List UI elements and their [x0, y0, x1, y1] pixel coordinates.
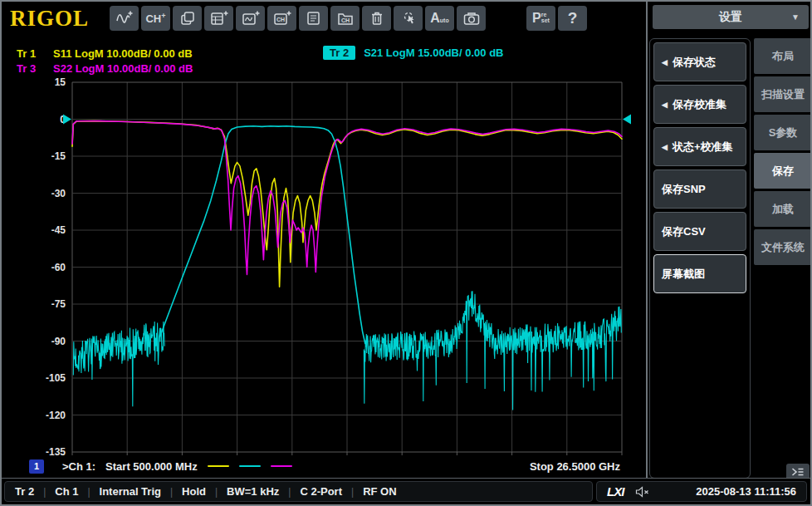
- help-button[interactable]: ?: [558, 6, 587, 31]
- datetime: 2025-08-13 11:11:56: [696, 485, 796, 498]
- svg-text:-135: -135: [46, 446, 66, 458]
- channel-1-badge[interactable]: 1: [29, 459, 44, 474]
- submenu-expand-arrow-icon: ◀: [662, 101, 668, 109]
- recall-trace-button[interactable]: [299, 6, 328, 31]
- table-add-icon: [210, 10, 228, 27]
- menu-tab[interactable]: 文件系统: [754, 229, 812, 265]
- trace3-id: Tr 3: [17, 62, 45, 75]
- svg-text:CH: CH: [276, 17, 284, 22]
- delete-button[interactable]: [362, 6, 391, 31]
- collapse-menu-icon: [790, 466, 805, 478]
- help-icon: ?: [568, 9, 578, 27]
- start-frequency[interactable]: Start 500.000 MHz: [105, 460, 198, 473]
- menu-title-dropdown[interactable]: 设置 ▼: [653, 5, 809, 29]
- submenu-item[interactable]: 屏幕截图: [653, 254, 746, 293]
- speaker-muted-icon: [635, 486, 649, 498]
- svg-text:15: 15: [55, 76, 66, 88]
- screenshot-button[interactable]: [457, 6, 486, 31]
- lxi-indicator: LXI: [607, 484, 624, 499]
- trace3-label[interactable]: Tr 3 S22 LogM 10.00dB/ 0.00 dB: [17, 62, 193, 75]
- window-channel-add-icon: CH: [273, 10, 291, 27]
- window-waveform-add-icon: [242, 10, 260, 27]
- touch-hand-icon: [400, 10, 417, 27]
- auto-scale-button[interactable]: Auto: [425, 6, 454, 31]
- stop-frequency[interactable]: Stop 26.5000 GHz: [530, 460, 620, 473]
- channel-add-icon: CH+: [145, 12, 165, 25]
- trace-add-button[interactable]: [110, 6, 139, 31]
- status-separator: |: [170, 486, 173, 498]
- settings-panel: 设置 ▼ ◀保存状态◀保存校准集◀状态+校准集保存SNP保存CSV屏幕截图 布局…: [648, 2, 812, 481]
- preset-button[interactable]: Preset: [526, 6, 555, 31]
- status-item: Tr 2: [15, 485, 34, 498]
- svg-text:-45: -45: [51, 224, 66, 236]
- menu-tab[interactable]: 保存: [754, 153, 812, 189]
- status-separator: |: [215, 486, 218, 498]
- window-channel-add-button[interactable]: CH: [267, 6, 296, 31]
- table-add-button[interactable]: [204, 6, 233, 31]
- submenu-item[interactable]: 保存CSV: [653, 212, 746, 251]
- rigol-logo: RIGOL: [7, 6, 110, 32]
- status-item: BW=1 kHz: [227, 485, 279, 498]
- submenu-item-label: 保存状态: [673, 55, 716, 70]
- s11-legend-swatch: [208, 465, 229, 467]
- s21-legend-swatch: [239, 465, 261, 467]
- menu-tabs: 布局扫描设置S参数保存加载文件系统: [754, 38, 812, 268]
- channel-add-button[interactable]: CH+: [141, 6, 170, 31]
- status-item: Internal Trig: [100, 485, 161, 498]
- trace2-desc: S21 LogM 15.00dB/ 0.00 dB: [364, 47, 503, 59]
- window-new-button[interactable]: [173, 6, 202, 31]
- submenu-expand-arrow-icon: ◀: [662, 143, 668, 151]
- svg-text:-90: -90: [51, 336, 66, 347]
- submenu-item[interactable]: 保存SNP: [653, 169, 746, 209]
- status-item: RF ON: [363, 485, 396, 498]
- svg-text:-120: -120: [46, 410, 66, 421]
- svg-text:-105: -105: [46, 372, 66, 384]
- svg-text:-60: -60: [51, 262, 66, 273]
- svg-text:-75: -75: [51, 298, 66, 310]
- status-separator: |: [351, 486, 354, 498]
- menu-tab[interactable]: 布局: [754, 38, 812, 74]
- touch-mode-button[interactable]: [394, 6, 423, 31]
- trace2-label[interactable]: Tr 2 S21 LogM 15.00dB/ 0.00 dB: [323, 46, 503, 60]
- channel-prefix: >Ch 1:: [62, 460, 95, 473]
- submenu-item-label: 保存SNP: [662, 182, 706, 197]
- toolbar: RIGOL CH+: [2, 2, 646, 35]
- window-layers-icon: [179, 10, 196, 27]
- submenu-item-label: 保存校准集: [673, 97, 726, 112]
- vna-instrument-screen: RIGOL CH+: [0, 0, 812, 506]
- trace1-desc: S11 LogM 10.00dB/ 0.00 dB: [53, 47, 193, 60]
- submenu-item[interactable]: ◀保存校准集: [653, 85, 746, 124]
- trace2-active-badge: Tr 2: [323, 46, 355, 60]
- status-separator: |: [87, 486, 90, 498]
- status-separator: |: [43, 486, 46, 498]
- auto-icon: Auto: [430, 11, 448, 26]
- trash-icon: [369, 10, 385, 27]
- menu-tab[interactable]: S参数: [754, 115, 812, 150]
- submenu-panel: ◀保存状态◀保存校准集◀状态+校准集保存SNP保存CSV屏幕截图: [649, 38, 751, 479]
- menu-tab[interactable]: 扫描设置: [754, 76, 812, 112]
- system-status: LXI 2025-08-13 11:11:56: [596, 481, 807, 502]
- menu-tab[interactable]: 加载: [754, 191, 812, 227]
- measurement-area: 150-15-30-45-60-75-90-105-120-135 Tr 1 S…: [2, 35, 646, 481]
- submenu-item[interactable]: ◀保存状态: [653, 42, 746, 81]
- svg-text:-15: -15: [51, 150, 66, 162]
- status-item: C 2-Port: [300, 485, 342, 498]
- sparameter-plot[interactable]: 150-15-30-45-60-75-90-105-120-135: [2, 35, 646, 481]
- status-readout: Tr 2|Ch 1|Internal Trig|Hold|BW=1 kHz|C …: [4, 481, 593, 502]
- preset-icon: Preset: [532, 11, 550, 26]
- submenu-item[interactable]: ◀状态+校准集: [653, 127, 746, 166]
- status-separator: |: [288, 486, 291, 498]
- camera-icon: [462, 10, 481, 27]
- svg-text:-30: -30: [51, 188, 66, 199]
- submenu-item-label: 状态+校准集: [673, 140, 733, 155]
- window-trace-add-button[interactable]: [236, 6, 265, 31]
- trace1-label[interactable]: Tr 1 S11 LogM 10.00dB/ 0.00 dB: [17, 47, 193, 60]
- status-bar: Tr 2|Ch 1|Internal Trig|Hold|BW=1 kHz|C …: [2, 478, 810, 504]
- status-item: Ch 1: [55, 485, 78, 498]
- submenu-item-label: 屏幕截图: [662, 267, 705, 282]
- submenu-expand-arrow-icon: ◀: [662, 58, 668, 66]
- recall-channel-button[interactable]: CH: [330, 6, 360, 31]
- channel-bar: 1 >Ch 1: Start 500.000 MHz Stop 26.5000 …: [2, 457, 646, 475]
- folder-channel-icon: CH: [336, 10, 355, 27]
- menu-title: 设置: [719, 10, 742, 25]
